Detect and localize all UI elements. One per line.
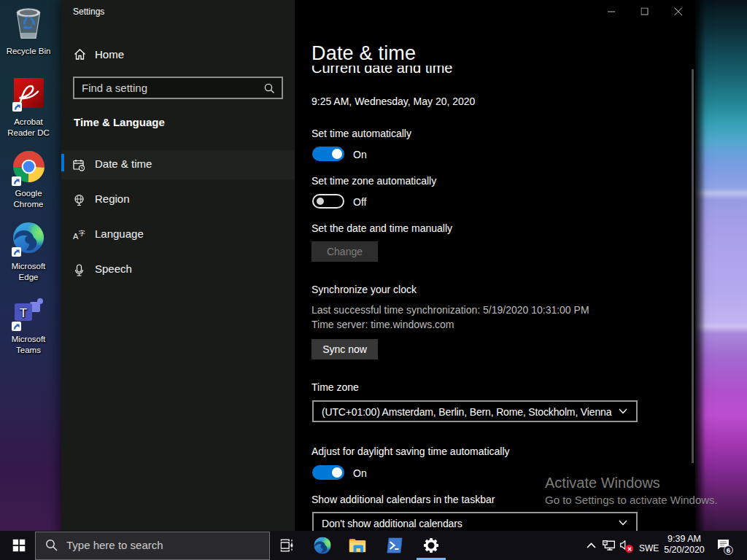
svg-text:T: T — [19, 306, 26, 320]
svg-text:字: 字 — [79, 230, 85, 237]
svg-text:A: A — [73, 232, 79, 241]
